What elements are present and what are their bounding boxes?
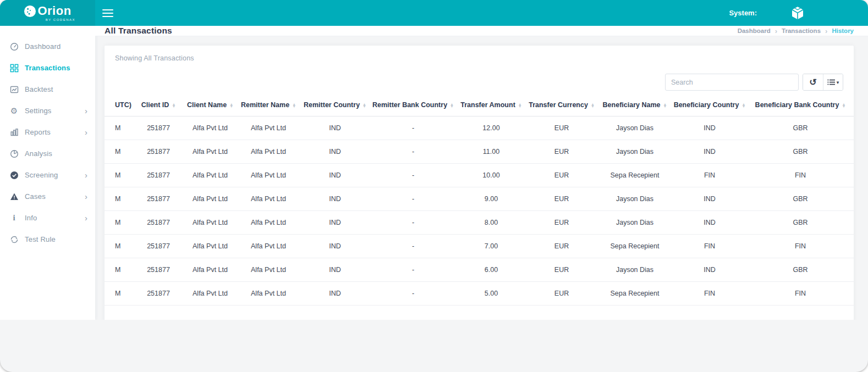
table-cell: Alfa Pvt Ltd <box>184 235 237 258</box>
table-cell: - <box>370 235 457 258</box>
table-cell: Jayson Dias <box>597 140 672 164</box>
column-header-beneficiary-bank-country[interactable]: Beneficiary Bank Country▲▼ <box>747 98 854 116</box>
chevron-right-icon: › <box>825 27 827 35</box>
table-cell: EUR <box>526 116 597 140</box>
system-cube-icon[interactable] <box>789 4 806 22</box>
column-header-transfer-currency[interactable]: Transfer Currency▲▼ <box>526 98 597 116</box>
sidebar-item-label: Analysis <box>25 149 52 158</box>
sidebar-item-label: Test Rule <box>25 235 56 243</box>
table-row: M251877Alfa Pvt LtdAlfa Pvt LtdIND-12.00… <box>105 116 854 140</box>
table-cell: IND <box>672 140 747 164</box>
table-cell: 251877 <box>133 258 184 282</box>
table-cell: EUR <box>526 258 597 282</box>
table-cell: 251877 <box>133 116 184 140</box>
table-cell: - <box>370 140 457 164</box>
table-cell: M <box>105 140 133 164</box>
column-header-label: Beneficiary Name <box>603 101 661 109</box>
column-header-beneficiary-country[interactable]: Beneficiary Country▲▼ <box>672 98 747 116</box>
table-cell: Sepa Recepient <box>597 235 672 258</box>
table-row: M251877Alfa Pvt LtdAlfa Pvt LtdIND-9.00E… <box>105 187 854 211</box>
gear-icon: ⚙ <box>9 106 19 115</box>
column-header-remitter-country[interactable]: Remitter Country▲▼ <box>300 98 370 116</box>
table-cell: - <box>370 282 457 306</box>
sidebar-item-analysis[interactable]: Analysis <box>0 143 95 164</box>
refresh-icon <box>9 235 19 244</box>
column-header-utc[interactable]: UTC)▲▼ <box>105 98 133 116</box>
sort-icon: ▲▼ <box>229 103 233 108</box>
table-cell: IND <box>300 235 370 258</box>
table-cell: EUR <box>526 164 597 187</box>
table-cell: - <box>370 211 457 235</box>
card-caption: Showing All Transactions <box>105 54 854 62</box>
table-cell: - <box>370 116 457 140</box>
sidebar-item-label: Settings <box>25 107 52 115</box>
column-header-label: Remitter Bank Country <box>372 101 447 109</box>
column-header-label: Client ID <box>141 101 169 109</box>
chevron-down-icon: ▾ <box>837 80 839 85</box>
sidebar-item-cases[interactable]: Cases› <box>0 186 95 207</box>
table-row: M251877Alfa Pvt LtdAlfa Pvt LtdIND-7.00E… <box>105 235 854 258</box>
table-cell: Alfa Pvt Ltd <box>237 187 300 211</box>
sidebar-item-backtest[interactable]: Backtest <box>0 79 95 100</box>
search-input[interactable] <box>665 74 799 91</box>
table-cell: Sepa Recepient <box>597 282 672 306</box>
brand-logo[interactable]: Orion by CODENAX <box>0 0 95 26</box>
column-header-client-id[interactable]: Client ID▲▼ <box>133 98 184 116</box>
table-cell: 251877 <box>133 282 184 306</box>
breadcrumb-dashboard[interactable]: Dashboard <box>738 27 771 34</box>
column-header-client-name[interactable]: Client Name▲▼ <box>184 98 237 116</box>
sort-icon: ▲▼ <box>362 103 366 108</box>
hamburger-menu-icon[interactable] <box>102 9 113 17</box>
breadcrumb-transactions[interactable]: Transactions <box>782 27 821 34</box>
table-cell: Alfa Pvt Ltd <box>237 211 300 235</box>
sort-icon: ▲▼ <box>172 103 175 108</box>
table-row: M251877Alfa Pvt LtdAlfa Pvt LtdIND-5.00E… <box>105 282 854 306</box>
system-label: System: <box>729 9 757 17</box>
table-cell: 251877 <box>133 164 184 187</box>
table-cell: M <box>105 258 133 282</box>
table-cell: IND <box>300 282 370 306</box>
sort-icon: ▲▼ <box>518 103 522 108</box>
table-cell: 10.00 <box>457 164 526 187</box>
sidebar-item-reports[interactable]: Reports› <box>0 121 95 143</box>
column-header-label: Beneficiary Bank Country <box>755 101 839 109</box>
history-button[interactable]: ↺ <box>803 74 823 90</box>
chart-image-icon <box>9 85 19 94</box>
sidebar-item-transactions[interactable]: Transactions <box>0 57 95 79</box>
sidebar-item-dashboard[interactable]: Dashboard <box>0 36 95 57</box>
page-header: All Transactions Dashboard›Transactions›… <box>95 26 868 36</box>
sidebar-item-label: Cases <box>25 192 46 201</box>
column-list-button[interactable]: ▾ <box>823 74 843 90</box>
chevron-right-icon: › <box>85 107 87 115</box>
chevron-right-icon: › <box>85 128 87 136</box>
warning-triangle-icon <box>9 192 19 201</box>
table-cell: FIN <box>672 235 747 258</box>
column-header-beneficiary-name[interactable]: Beneficiary Name▲▼ <box>597 98 672 116</box>
column-header-label: Beneficiary Country <box>674 101 739 109</box>
table-cell: IND <box>672 211 747 235</box>
table-cell: Sepa Recepient <box>597 164 672 187</box>
sidebar-item-settings[interactable]: ⚙Settings› <box>0 100 95 121</box>
table-cell: Alfa Pvt Ltd <box>237 235 300 258</box>
breadcrumb-history: History <box>832 27 854 34</box>
brand-byline: by CODENAX <box>46 18 75 21</box>
column-header-remitter-name[interactable]: Remitter Name▲▼ <box>237 98 300 116</box>
table-cell: GBR <box>747 116 854 140</box>
table-cell: FIN <box>747 164 854 187</box>
table-cell: Jayson Dias <box>597 116 672 140</box>
sidebar-item-screening[interactable]: Screening› <box>0 164 95 186</box>
table-cell: M <box>105 116 133 140</box>
table-cell: Alfa Pvt Ltd <box>184 258 237 282</box>
sidebar-item-info[interactable]: iInfo› <box>0 207 95 229</box>
table-cell: Alfa Pvt Ltd <box>184 187 237 211</box>
history-icon: ↺ <box>809 78 816 87</box>
column-header-remitter-bank-country[interactable]: Remitter Bank Country▲▼ <box>370 98 457 116</box>
sort-icon: ▲▼ <box>292 103 296 108</box>
table-cell: GBR <box>747 211 854 235</box>
sidebar-item-test-rule[interactable]: Test Rule <box>0 229 95 250</box>
table-cell: Alfa Pvt Ltd <box>184 116 237 140</box>
chevron-right-icon: › <box>85 192 87 201</box>
table-cell: M <box>105 282 133 306</box>
column-header-transfer-amount[interactable]: Transfer Amount▲▼ <box>457 98 526 116</box>
table-cell: Alfa Pvt Ltd <box>184 140 237 164</box>
